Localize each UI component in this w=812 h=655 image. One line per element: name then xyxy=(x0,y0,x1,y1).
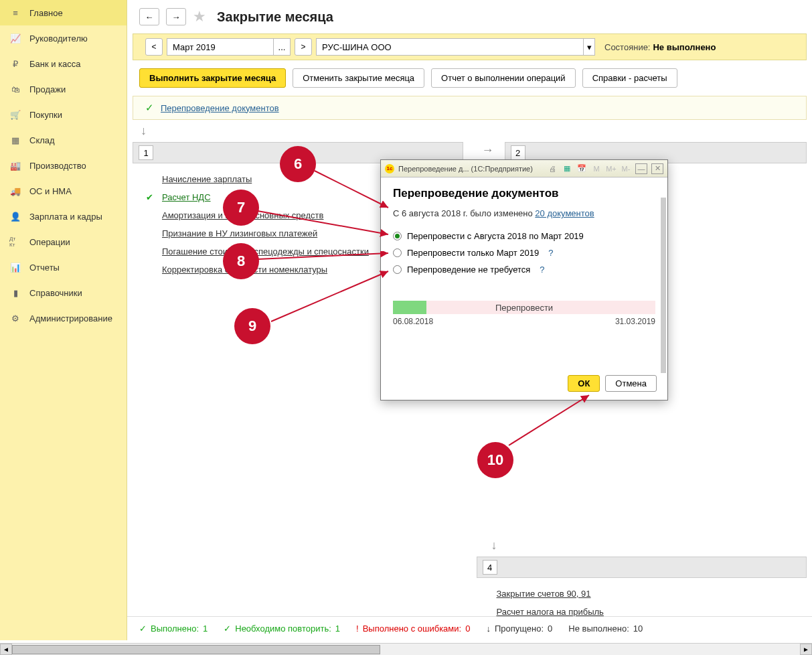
m-button[interactable]: M xyxy=(591,163,602,174)
check-icon: ✓ xyxy=(139,624,147,634)
operation-link[interactable]: Закрытие счетов 90, 91 xyxy=(497,589,591,599)
cart-icon: 🛒 xyxy=(9,108,21,121)
horizontal-scrollbar[interactable]: ◄ ► xyxy=(0,643,812,655)
check-icon: ✓ xyxy=(224,624,231,634)
operation-link[interactable]: Расчет НДС xyxy=(162,192,211,202)
menu-icon: ≡ xyxy=(9,7,21,19)
status-errors-label: Выполнено с ошибками: xyxy=(363,624,462,634)
truck-icon: 🚚 xyxy=(9,185,21,197)
app-1c-icon: 1c xyxy=(385,164,394,173)
modal-info-text: С 6 августа 2018 г. было изменено 20 док… xyxy=(393,208,655,218)
section-4-header: 4 xyxy=(477,557,807,578)
factory-icon: 🏭 xyxy=(9,159,21,171)
progress-area: Перепровести 06.08.2018 31.03.2019 xyxy=(393,301,655,326)
section-4-wrap: ↓ 4 Закрытие счетов 90, 91 Расчет налога… xyxy=(477,538,807,621)
sidebar-item-production[interactable]: 🏭Производство xyxy=(0,153,127,178)
book-icon: ▮ xyxy=(9,287,21,299)
m-minus-button[interactable]: M- xyxy=(621,163,631,174)
sidebar-item-admin[interactable]: ⚙Администрирование xyxy=(0,305,127,331)
date-from: 06.08.2018 xyxy=(393,317,433,326)
radio-option-2[interactable]: Перепровести только Март 2019? xyxy=(393,244,655,261)
status-repeat-label: Необходимо повторить: xyxy=(235,624,331,634)
section-number: 2 xyxy=(511,145,525,160)
annotation-badge-10: 10 xyxy=(477,442,513,478)
skip-icon: ↓ xyxy=(486,624,491,634)
sidebar-item-manager[interactable]: 📈Руководителю xyxy=(0,25,127,51)
period-month-input[interactable]: Март 2019 xyxy=(167,38,274,56)
radio-button[interactable] xyxy=(393,265,402,274)
period-picker-button[interactable]: ... xyxy=(273,38,291,56)
sidebar-item-label: Операции xyxy=(29,237,70,247)
top-toolbar: ← → ★ Закрытие месяца xyxy=(127,0,812,33)
progress-dates: 06.08.2018 31.03.2019 xyxy=(393,317,655,326)
cancel-close-button[interactable]: Отменить закрытие месяца xyxy=(293,68,424,88)
sidebar-item-hr[interactable]: 👤Зарплата и кадры xyxy=(0,204,127,229)
favorite-star-icon[interactable]: ★ xyxy=(193,8,206,25)
sidebar-item-purchases[interactable]: 🛒Покупки xyxy=(0,102,127,127)
modal-heading: Перепроведение документов xyxy=(393,187,655,200)
scroll-track[interactable] xyxy=(12,644,800,655)
sidebar-item-sales[interactable]: 🛍Продажи xyxy=(0,76,127,102)
cancel-button[interactable]: Отмена xyxy=(605,375,657,392)
sidebar-item-label: Покупки xyxy=(29,110,62,120)
bag-icon: 🛍 xyxy=(9,83,21,95)
modal-docs-link[interactable]: 20 документов xyxy=(535,208,594,218)
operation-link[interactable]: Признание в НУ лизинговых платежей xyxy=(162,228,317,238)
ruble-icon: ₽ xyxy=(9,58,21,70)
chart-icon: 📈 xyxy=(9,32,21,44)
modal-scrollbar[interactable] xyxy=(661,198,666,373)
org-dropdown-button[interactable]: ▾ xyxy=(583,38,595,56)
help-icon[interactable]: ? xyxy=(540,265,544,275)
radio-option-3[interactable]: Перепроведение не требуется? xyxy=(393,261,655,278)
period-prev-button[interactable]: < xyxy=(145,38,163,56)
sidebar-item-main[interactable]: ≡Главное xyxy=(0,0,127,25)
modal-info-prefix: С 6 августа 2018 г. было изменено xyxy=(393,208,535,218)
page-title: Закрытие месяца xyxy=(217,9,333,25)
sidebar-item-label: Зарплата и кадры xyxy=(29,212,102,222)
person-icon: 👤 xyxy=(9,210,21,222)
minimize-button[interactable]: — xyxy=(635,163,647,174)
sidebar-item-bank[interactable]: ₽Банк и касса xyxy=(0,51,127,76)
modal-scroll-thumb[interactable] xyxy=(661,198,666,373)
period-next-button[interactable]: > xyxy=(295,38,312,56)
sidebar-item-references[interactable]: ▮Справочники xyxy=(0,280,127,305)
calc-icon[interactable]: ▦ xyxy=(562,163,572,174)
check-icon: ✔ xyxy=(146,192,157,202)
nav-forward-button[interactable]: → xyxy=(166,8,186,25)
references-calc-button[interactable]: Справки - расчеты xyxy=(582,68,677,88)
radio-button[interactable] xyxy=(393,232,402,240)
scroll-left-button[interactable]: ◄ xyxy=(0,644,12,655)
sidebar-item-label: Склад xyxy=(29,135,55,145)
operations-report-button[interactable]: Отчет о выполнении операций xyxy=(431,68,576,88)
sidebar-item-label: Банк и касса xyxy=(29,59,81,69)
bars-icon: 📊 xyxy=(9,261,21,273)
execute-close-button[interactable]: Выполнить закрытие месяца xyxy=(139,68,286,88)
ok-button[interactable]: ОК xyxy=(568,375,600,392)
status-done-count: 1 xyxy=(203,624,208,634)
print-icon[interactable]: 🖨 xyxy=(547,163,558,174)
repost-link[interactable]: Перепроведение документов xyxy=(161,103,279,113)
calendar-icon[interactable]: 📅 xyxy=(576,163,587,174)
sidebar-item-reports[interactable]: 📊Отчеты xyxy=(0,254,127,280)
sidebar-item-warehouse[interactable]: ▦Склад xyxy=(0,127,127,153)
sidebar-item-assets[interactable]: 🚚ОС и НМА xyxy=(0,178,127,204)
debit-credit-icon: Дт Кт xyxy=(9,236,21,248)
m-plus-button[interactable]: M+ xyxy=(606,163,617,174)
scroll-right-button[interactable]: ► xyxy=(800,644,812,655)
org-input[interactable]: РУС-ШИНА ООО xyxy=(316,38,584,56)
operation-link[interactable]: Начисление зарплаты xyxy=(162,174,252,184)
progress-bar: Перепровести xyxy=(393,301,655,314)
operations-list-4: Закрытие счетов 90, 91 Расчет налога на … xyxy=(477,585,807,621)
sidebar-item-operations[interactable]: Дт КтОперации xyxy=(0,229,127,254)
scroll-thumb[interactable] xyxy=(12,645,380,654)
status-label: Состояние: xyxy=(604,42,650,52)
operation-link[interactable]: Погашение стоимости спецодежды и спецосн… xyxy=(162,246,369,257)
operation-link[interactable]: Расчет налога на прибыль xyxy=(497,607,604,617)
radio-button[interactable] xyxy=(393,248,402,257)
nav-back-button[interactable]: ← xyxy=(139,8,159,25)
close-button[interactable]: ✕ xyxy=(651,163,663,174)
radio-option-1[interactable]: Перепровести с Августа 2018 по Март 2019 xyxy=(393,228,655,244)
status-done-label: Выполнено: xyxy=(151,624,199,634)
modal-titlebar[interactable]: 1c Перепроведение д... (1С:Предприятие) … xyxy=(381,160,667,177)
help-icon[interactable]: ? xyxy=(548,248,553,258)
